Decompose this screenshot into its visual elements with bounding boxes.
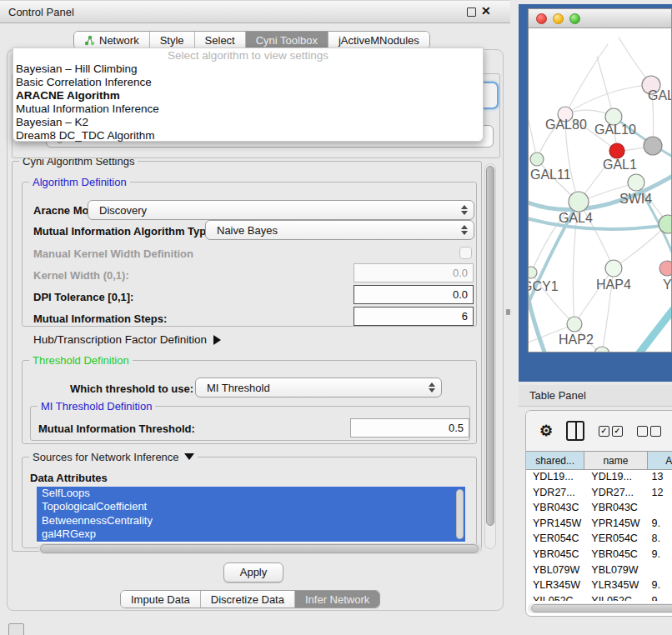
mi-type-combo[interactable]: Naive Bayes [205, 220, 474, 240]
network-edge[interactable] [529, 218, 671, 229]
tab-style[interactable]: Style [150, 32, 195, 48]
attributes-vertical-scrollbar[interactable] [455, 488, 464, 541]
bottom-tab-discretize-data[interactable]: Discretize Data [201, 591, 295, 608]
dpi-tolerance-input[interactable]: 0.0 [354, 285, 474, 304]
tab-label: Select [205, 34, 235, 47]
table-row[interactable]: YIL052CYIL052C9 [526, 593, 672, 601]
network-node-label: Y [663, 278, 671, 292]
aracne-mode-combo[interactable]: Discovery [88, 200, 474, 220]
split-pane-icon[interactable] [566, 421, 584, 441]
network-canvas[interactable]: GALGAL80GAL10GAL1GAL11SWI4GAL4GCY1HAP4YH… [529, 28, 671, 352]
settings-vertical-scrollbar[interactable] [484, 163, 496, 549]
panel-dock-icon[interactable] [8, 623, 24, 635]
network-node[interactable] [644, 137, 662, 155]
network-node-label: GAL [648, 88, 671, 102]
control-panel-title: Control Panel [8, 1, 74, 24]
mi-threshold-group-title: MI Threshold Definition [38, 400, 155, 412]
network-node[interactable] [605, 260, 622, 277]
network-edge[interactable] [529, 107, 537, 159]
table-row[interactable]: YBR043CYBR043C [526, 500, 672, 516]
algorithm-popup-item[interactable]: Bayesian – Hill Climbing [13, 62, 483, 76]
tab-label: Impute Data [131, 593, 190, 606]
network-node[interactable] [569, 192, 589, 212]
minimize-window-icon[interactable] [553, 13, 564, 24]
network-node[interactable] [594, 347, 609, 352]
table-row[interactable]: YDL19...YDL19...13 [526, 469, 672, 485]
network-edge[interactable] [635, 298, 671, 352]
bottom-tab-infer-network[interactable]: Infer Network [295, 591, 379, 608]
table-row[interactable]: YER054CYER054C8. [526, 531, 672, 547]
network-node[interactable] [567, 317, 582, 332]
cyni-toolbox-bottom-tabbar: Impute DataDiscretize DataInfer Network [120, 590, 380, 608]
algorithm-popup-item[interactable]: Bayesian – K2 [13, 116, 483, 129]
unchecked-columns-icon[interactable] [637, 426, 661, 437]
bottom-tab-impute-data[interactable]: Impute Data [121, 591, 201, 608]
table-row[interactable]: YLR345WYLR345W9. [526, 578, 672, 593]
tab-select[interactable]: Select [195, 32, 246, 48]
table-cell [648, 562, 672, 578]
table-row[interactable]: YBR045CYBR045C9. [526, 547, 672, 562]
network-edge[interactable] [614, 224, 668, 268]
gear-icon[interactable]: ⚙ [539, 422, 553, 440]
table-cell: YIL052C [584, 593, 647, 601]
zoom-window-icon[interactable] [569, 13, 580, 24]
table-row[interactable]: YPR145WYPR145W9. [526, 516, 672, 532]
network-node-label: SWI4 [619, 192, 652, 206]
table-column-header[interactable]: name [584, 452, 647, 469]
network-view-window[interactable]: GALGAL80GAL10GAL1GAL11SWI4GAL4GCY1HAP4YH… [528, 8, 672, 352]
network-node-label: GAL4 [559, 211, 593, 225]
tab-jactivemnodules[interactable]: jActiveMNodules [328, 32, 429, 48]
table-column-header[interactable]: A [648, 452, 672, 469]
network-edge[interactable] [597, 57, 614, 117]
data-attribute-item[interactable]: TopologicalCoefficient [37, 500, 465, 513]
network-node[interactable] [628, 174, 644, 191]
apply-button[interactable]: Apply [223, 562, 283, 582]
data-attribute-item[interactable]: SelfLoops [37, 487, 465, 500]
algorithm-popup-item[interactable]: Dream8 DC_TDC Algorithm [13, 129, 483, 142]
table-column-header[interactable]: shared... [526, 452, 584, 469]
data-attributes-label: Data Attributes [30, 472, 108, 484]
mi-threshold-input[interactable]: 0.5 [350, 418, 469, 438]
table-panel-window: ⚙ ✓✓ shared...nameA YDL19...YDL19...13YD… [525, 410, 672, 617]
table-row[interactable]: YBL079WYBL079W [526, 562, 672, 578]
algorithm-popup-placeholder: Select algorithm to view settings [13, 49, 483, 62]
algorithm-popup-item[interactable]: Mutual Information Inference [13, 102, 483, 116]
tab-network[interactable]: Network [74, 32, 150, 48]
network-desktop-pane: GALGAL80GAL10GAL1GAL11SWI4GAL4GCY1HAP4YH… [519, 4, 672, 382]
splitter-collapse-handle[interactable] [506, 309, 510, 315]
checked-columns-icon[interactable]: ✓✓ [599, 426, 623, 437]
table-header-row[interactable]: shared...nameA [526, 451, 672, 470]
table-body[interactable]: YDL19...YDL19...13YDR27...YDR27...12YBR0… [526, 469, 672, 601]
algorithm-popup-item[interactable]: Basic Correlation Inference [13, 76, 483, 89]
data-attribute-item[interactable]: gal4RGexp [37, 528, 465, 541]
which-threshold-value: MI Threshold [196, 382, 426, 394]
algorithm-popup-item[interactable]: ARACNE Algorithm [13, 89, 483, 102]
tab-cyni-toolbox[interactable]: Cyni Toolbox [246, 32, 328, 48]
which-threshold-combo[interactable]: MI Threshold [195, 378, 442, 398]
table-row[interactable]: YDR27...YDR27...12 [526, 485, 672, 501]
network-window-titlebar[interactable] [529, 9, 671, 28]
sources-group-title[interactable]: Sources for Network Inference [29, 451, 198, 463]
network-node[interactable] [529, 267, 537, 278]
manual-kernel-checkbox[interactable] [459, 247, 472, 259]
table-panel-titlebar: Table Panel [519, 385, 672, 407]
data-attributes-list[interactable]: SelfLoopsTopologicalCoefficientBetweenne… [37, 487, 465, 542]
network-node[interactable] [530, 152, 544, 166]
network-edge[interactable] [565, 44, 608, 114]
kernel-width-input[interactable]: 0.0 [354, 263, 474, 282]
network-node-label: GAL11 [530, 168, 571, 182]
network-node[interactable] [609, 143, 624, 158]
close-panel-icon[interactable]: ✕ [481, 4, 491, 18]
table-cell: YBR045C [584, 547, 647, 562]
settings-horizontal-scrollbar[interactable] [38, 543, 482, 554]
mi-steps-input[interactable]: 6 [354, 307, 474, 326]
data-attribute-item[interactable]: BetweennessCentrality [37, 514, 465, 528]
hub-section-toggle[interactable]: Hub/Transcription Factor Definition [33, 333, 221, 346]
network-node[interactable] [659, 261, 671, 276]
float-panel-icon[interactable] [467, 8, 476, 17]
table-horizontal-scrollbar[interactable] [528, 603, 672, 613]
table-cell: YPR145W [526, 516, 584, 532]
tab-label: Discretize Data [211, 593, 284, 606]
table-cell: YLR345W [526, 578, 584, 593]
close-window-icon[interactable] [536, 13, 547, 24]
